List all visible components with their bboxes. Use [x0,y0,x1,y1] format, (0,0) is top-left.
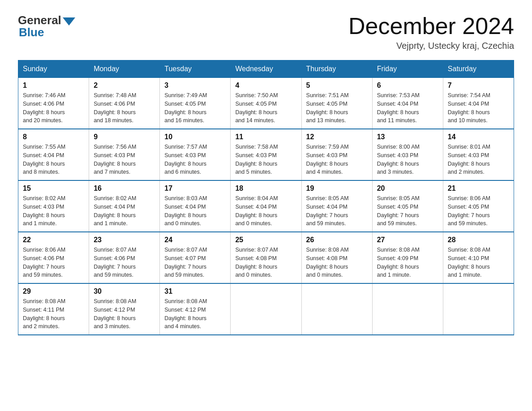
day-number: 5 [306,81,368,90]
day-number: 4 [235,81,296,90]
day-info: Sunrise: 7:49 AM Sunset: 4:05 PM Dayligh… [164,91,226,125]
calendar-cell: 13 Sunrise: 8:00 AM Sunset: 4:03 PM Dayl… [372,129,443,180]
location-text: Vejprty, Ustecky kraj, Czechia [348,41,514,51]
header-sunday: Sunday [18,60,89,78]
calendar-cell: 29 Sunrise: 8:08 AM Sunset: 4:11 PM Dayl… [18,283,89,335]
week-row-4: 22 Sunrise: 8:06 AM Sunset: 4:06 PM Dayl… [18,232,514,283]
day-info: Sunrise: 8:06 AM Sunset: 4:05 PM Dayligh… [448,194,509,228]
calendar-cell: 20 Sunrise: 8:05 AM Sunset: 4:05 PM Dayl… [372,180,443,232]
day-info: Sunrise: 8:07 AM Sunset: 4:06 PM Dayligh… [94,246,155,279]
day-number: 2 [94,81,155,90]
calendar-cell: 1 Sunrise: 7:46 AM Sunset: 4:06 PM Dayli… [18,78,89,129]
day-info: Sunrise: 8:08 AM Sunset: 4:11 PM Dayligh… [23,297,84,331]
day-number: 19 [306,184,368,193]
calendar-cell: 30 Sunrise: 8:08 AM Sunset: 4:12 PM Dayl… [89,283,160,335]
calendar-cell: 10 Sunrise: 7:57 AM Sunset: 4:03 PM Dayl… [160,129,231,180]
day-info: Sunrise: 8:08 AM Sunset: 4:12 PM Dayligh… [164,297,226,331]
day-info: Sunrise: 8:08 AM Sunset: 4:08 PM Dayligh… [306,246,368,279]
calendar-cell: 26 Sunrise: 8:08 AM Sunset: 4:08 PM Dayl… [301,232,372,283]
day-number: 13 [377,133,438,141]
day-info: Sunrise: 7:55 AM Sunset: 4:04 PM Dayligh… [23,143,84,176]
week-row-2: 8 Sunrise: 7:55 AM Sunset: 4:04 PM Dayli… [18,129,514,180]
day-number: 30 [94,287,155,295]
day-number: 31 [164,287,226,295]
day-number: 16 [94,184,155,193]
day-info: Sunrise: 7:50 AM Sunset: 4:05 PM Dayligh… [235,91,296,125]
calendar-cell: 14 Sunrise: 8:01 AM Sunset: 4:03 PM Dayl… [443,129,514,180]
day-info: Sunrise: 8:06 AM Sunset: 4:06 PM Dayligh… [23,246,84,279]
calendar-cell: 28 Sunrise: 8:08 AM Sunset: 4:10 PM Dayl… [443,232,514,283]
day-number: 28 [448,236,509,244]
calendar-cell: 4 Sunrise: 7:50 AM Sunset: 4:05 PM Dayli… [231,78,301,129]
day-number: 8 [23,133,84,141]
day-number: 10 [164,133,226,141]
day-number: 12 [306,133,368,141]
day-number: 17 [164,184,226,193]
header-friday: Friday [372,60,443,78]
day-info: Sunrise: 8:07 AM Sunset: 4:08 PM Dayligh… [235,246,296,279]
day-number: 29 [23,287,84,295]
day-number: 1 [23,81,84,90]
day-number: 22 [23,236,84,244]
day-number: 14 [448,133,509,141]
calendar-cell: 11 Sunrise: 7:58 AM Sunset: 4:03 PM Dayl… [231,129,301,180]
day-info: Sunrise: 7:56 AM Sunset: 4:03 PM Dayligh… [94,143,155,176]
calendar-cell [372,283,443,335]
month-title: December 2024 [348,13,514,39]
day-info: Sunrise: 8:05 AM Sunset: 4:04 PM Dayligh… [306,194,368,228]
calendar-cell: 19 Sunrise: 8:05 AM Sunset: 4:04 PM Dayl… [301,180,372,232]
day-number: 25 [235,236,296,244]
calendar-cell: 18 Sunrise: 8:04 AM Sunset: 4:04 PM Dayl… [231,180,301,232]
day-info: Sunrise: 8:05 AM Sunset: 4:05 PM Dayligh… [377,194,438,228]
day-info: Sunrise: 7:46 AM Sunset: 4:06 PM Dayligh… [23,91,84,125]
weekday-header-row: Sunday Monday Tuesday Wednesday Thursday… [18,60,514,78]
day-info: Sunrise: 7:48 AM Sunset: 4:06 PM Dayligh… [94,91,155,125]
calendar-cell: 12 Sunrise: 7:59 AM Sunset: 4:03 PM Dayl… [301,129,372,180]
day-info: Sunrise: 8:00 AM Sunset: 4:03 PM Dayligh… [377,143,438,176]
week-row-5: 29 Sunrise: 8:08 AM Sunset: 4:11 PM Dayl… [18,283,514,335]
day-number: 26 [306,236,368,244]
day-number: 21 [448,184,509,193]
day-info: Sunrise: 8:02 AM Sunset: 4:04 PM Dayligh… [94,194,155,228]
calendar-cell: 22 Sunrise: 8:06 AM Sunset: 4:06 PM Dayl… [18,232,89,283]
header-wednesday: Wednesday [231,60,301,78]
header-thursday: Thursday [301,60,372,78]
calendar-cell: 15 Sunrise: 8:02 AM Sunset: 4:03 PM Dayl… [18,180,89,232]
calendar-cell: 8 Sunrise: 7:55 AM Sunset: 4:04 PM Dayli… [18,129,89,180]
calendar-cell: 31 Sunrise: 8:08 AM Sunset: 4:12 PM Dayl… [160,283,231,335]
logo-arrow-icon [63,17,75,26]
calendar-cell [231,283,301,335]
day-info: Sunrise: 8:01 AM Sunset: 4:03 PM Dayligh… [448,143,509,176]
calendar-cell: 9 Sunrise: 7:56 AM Sunset: 4:03 PM Dayli… [89,129,160,180]
day-number: 3 [164,81,226,90]
day-number: 11 [235,133,296,141]
day-number: 20 [377,184,438,193]
calendar-cell: 6 Sunrise: 7:53 AM Sunset: 4:04 PM Dayli… [372,78,443,129]
header-saturday: Saturday [443,60,514,78]
day-info: Sunrise: 8:08 AM Sunset: 4:12 PM Dayligh… [94,297,155,331]
logo-blue-text: Blue [18,26,44,39]
day-info: Sunrise: 7:53 AM Sunset: 4:04 PM Dayligh… [377,91,438,125]
day-info: Sunrise: 8:08 AM Sunset: 4:10 PM Dayligh… [448,246,509,279]
day-number: 24 [164,236,226,244]
calendar-cell [301,283,372,335]
title-area: December 2024 Vejprty, Ustecky kraj, Cze… [348,13,514,51]
day-number: 18 [235,184,296,193]
calendar-table: Sunday Monday Tuesday Wednesday Thursday… [18,60,514,335]
calendar-cell: 27 Sunrise: 8:08 AM Sunset: 4:09 PM Dayl… [372,232,443,283]
page-header: General Blue December 2024 Vejprty, Uste… [18,13,514,51]
calendar-cell: 7 Sunrise: 7:54 AM Sunset: 4:04 PM Dayli… [443,78,514,129]
day-number: 27 [377,236,438,244]
calendar-cell: 25 Sunrise: 8:07 AM Sunset: 4:08 PM Dayl… [231,232,301,283]
header-monday: Monday [89,60,160,78]
week-row-3: 15 Sunrise: 8:02 AM Sunset: 4:03 PM Dayl… [18,180,514,232]
day-info: Sunrise: 7:57 AM Sunset: 4:03 PM Dayligh… [164,143,226,176]
day-number: 7 [448,81,509,90]
day-info: Sunrise: 8:07 AM Sunset: 4:07 PM Dayligh… [164,246,226,279]
day-info: Sunrise: 7:59 AM Sunset: 4:03 PM Dayligh… [306,143,368,176]
calendar-cell: 23 Sunrise: 8:07 AM Sunset: 4:06 PM Dayl… [89,232,160,283]
calendar-cell: 24 Sunrise: 8:07 AM Sunset: 4:07 PM Dayl… [160,232,231,283]
calendar-cell: 21 Sunrise: 8:06 AM Sunset: 4:05 PM Dayl… [443,180,514,232]
day-info: Sunrise: 8:03 AM Sunset: 4:04 PM Dayligh… [164,194,226,228]
day-number: 15 [23,184,84,193]
